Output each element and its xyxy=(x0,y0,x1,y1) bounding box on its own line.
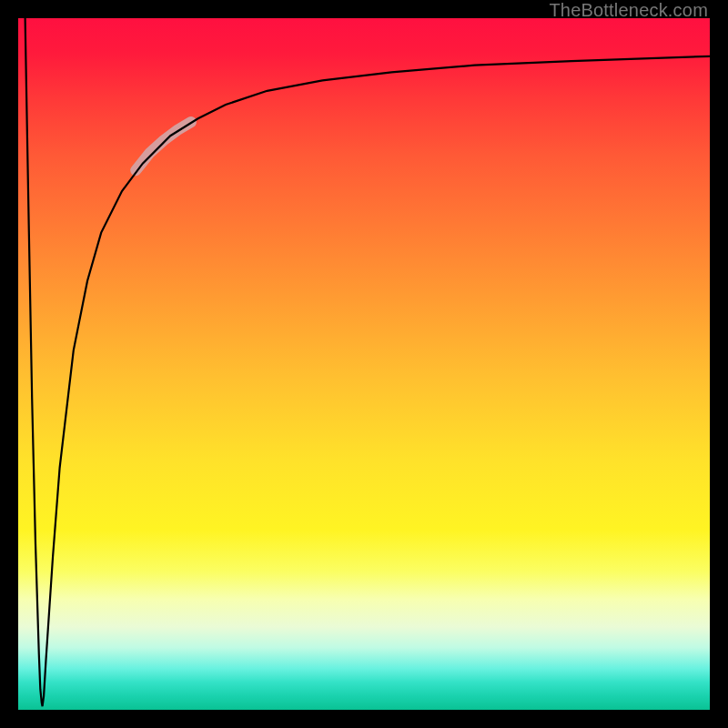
chart-frame: TheBottleneck.com xyxy=(0,0,728,728)
bottleneck-curve xyxy=(25,18,710,706)
chart-svg xyxy=(18,18,710,710)
